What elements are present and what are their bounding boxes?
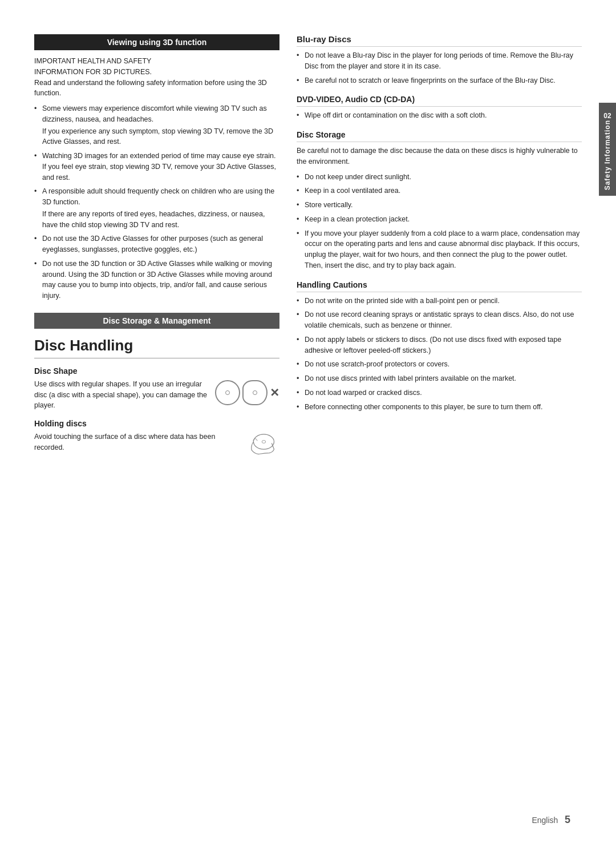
bullet-5: Do not use the 3D function or 3D Active … — [34, 259, 279, 301]
bluray-title: Blu-ray Discs — [297, 34, 582, 47]
caution-bullet-4: Do not use scratch-proof protectors or c… — [297, 359, 582, 370]
main-content: Viewing using 3D function IMPORTANT HEAL… — [34, 34, 582, 457]
storage-bullet-2: Keep in a cool ventilated area. — [297, 185, 582, 196]
page: 02 Safety Information Viewing using 3D f… — [0, 0, 616, 843]
right-column: Blu-ray Discs Do not leave a Blu-ray Dis… — [297, 34, 582, 457]
storage-bullet-1: Do not keep under direct sunlight. — [297, 172, 582, 183]
intro-line1: IMPORTANT HEALTH AND SAFETY — [34, 57, 151, 65]
storage-bullet-3: Store vertically. — [297, 200, 582, 211]
bluray-section: Blu-ray Discs Do not leave a Blu-ray Dis… — [297, 34, 582, 86]
disc-storage-title: Disc Storage — [297, 130, 582, 142]
disc-storage-section: Disc Storage Be careful not to damage th… — [297, 130, 582, 271]
footer: English 5 — [532, 814, 570, 826]
dvd-title: DVD-VIDEO, Audio CD (CD-DA) — [297, 95, 582, 107]
hand-holding-disc-icon — [245, 431, 279, 457]
footer-page-number: 5 — [565, 814, 570, 825]
disc-storage-intro: Be careful not to damage the disc becaus… — [297, 146, 582, 167]
dvd-section: DVD-VIDEO, Audio CD (CD-DA) Wipe off dir… — [297, 95, 582, 121]
dvd-bullet-1: Wipe off dirt or contamination on the di… — [297, 110, 582, 121]
cross-mark-icon: ✕ — [270, 386, 279, 400]
side-tab: 02 Safety Information — [599, 103, 616, 196]
bullet-2: Watching 3D images for an extended perio… — [34, 151, 279, 183]
disc-irregular-inner — [253, 390, 257, 395]
bluray-bullet-2: Be careful not to scratch or leave finge… — [297, 75, 582, 86]
disc-irregular-icon — [242, 380, 268, 405]
disc-shape-text: Use discs with regular shapes. If you us… — [34, 379, 209, 411]
dvd-bullets: Wipe off dirt or contamination on the di… — [297, 110, 582, 121]
left-column: Viewing using 3D function IMPORTANT HEAL… — [34, 34, 279, 457]
caution-bullet-7: Before connecting other components to th… — [297, 402, 582, 413]
bluray-bullet-1: Do not leave a Blu-ray Disc in the playe… — [297, 50, 582, 72]
intro-line3: Read and understand the following safety… — [34, 79, 267, 98]
footer-language: English — [532, 816, 558, 825]
holding-disc-text: Avoid touching the surface of a disc whe… — [34, 431, 240, 453]
handling-cautions-section: Handling Cautions Do not write on the pr… — [297, 280, 582, 413]
bullet-1: Some viewers may experience discomfort w… — [34, 103, 279, 147]
disc-handling-section: Disc Handling Disc Shape Use discs with … — [34, 337, 279, 457]
caution-bullet-3: Do not apply labels or stickers to discs… — [297, 334, 582, 356]
caution-bullet-6: Do not load warped or cracked discs. — [297, 388, 582, 398]
storage-bullet-4: Keep in a clean protection jacket. — [297, 214, 582, 225]
viewing-3d-header: Viewing using 3D function — [34, 34, 279, 50]
intro-text: IMPORTANT HEALTH AND SAFETY INFORMATION … — [34, 56, 279, 99]
bluray-bullets: Do not leave a Blu-ray Disc in the playe… — [297, 50, 582, 86]
disc-shape-title: Disc Shape — [34, 366, 279, 376]
svg-point-1 — [262, 441, 266, 443]
holding-discs-title: Holding discs — [34, 419, 279, 428]
handling-cautions-bullets: Do not write on the printed side with a … — [297, 296, 582, 413]
caution-bullet-1: Do not write on the printed side with a … — [297, 296, 582, 306]
disc-handling-title: Disc Handling — [34, 337, 279, 358]
holding-disc-row: Avoid touching the surface of a disc whe… — [34, 431, 279, 457]
handling-cautions-title: Handling Cautions — [297, 280, 582, 292]
side-tab-number: 02 — [603, 112, 611, 120]
viewing-3d-section: Viewing using 3D function IMPORTANT HEAL… — [34, 34, 279, 301]
caution-bullet-5: Do not use discs printed with label prin… — [297, 373, 582, 384]
disc-circle-inner — [225, 390, 230, 395]
bullet-3: A responsible adult should frequently ch… — [34, 186, 279, 230]
disc-storage-bullets: Do not keep under direct sunlight. Keep … — [297, 172, 582, 271]
disc-icons: ✕ — [215, 380, 279, 405]
caution-bullet-2: Do not use record cleaning sprays or ant… — [297, 309, 582, 331]
disc-shape-row: Use discs with regular shapes. If you us… — [34, 379, 279, 411]
disc-circle-icon — [215, 380, 240, 405]
disc-storage-header: Disc Storage & Management — [34, 313, 279, 329]
svg-point-0 — [253, 434, 274, 449]
storage-bullet-5: If you move your player suddenly from a … — [297, 228, 582, 271]
side-tab-label: Safety Information — [603, 120, 611, 190]
intro-line2: INFORMATION FOR 3D PICTURES. — [34, 68, 152, 76]
disc-storage-management-section: Disc Storage & Management — [34, 313, 279, 329]
viewing-bullets: Some viewers may experience discomfort w… — [34, 103, 279, 301]
bullet-4: Do not use the 3D Active Glasses for oth… — [34, 233, 279, 255]
